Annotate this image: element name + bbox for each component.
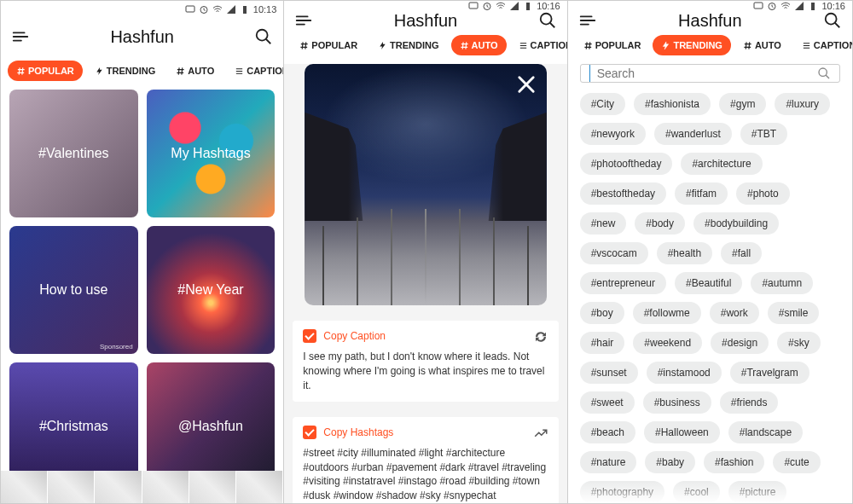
tab-label: CAPTION (247, 66, 284, 76)
hashtag-chip[interactable]: #fashionista (634, 93, 711, 115)
hashtag-chip[interactable]: #fashion (704, 451, 764, 473)
hashtag-chip[interactable]: #sky (777, 332, 821, 354)
tab-auto[interactable]: AUTO (451, 35, 507, 55)
hashtag-chip[interactable]: #nature (580, 451, 637, 473)
caption-checkbox[interactable] (303, 329, 316, 343)
search-icon[interactable] (817, 67, 831, 80)
hashtag-chip[interactable]: #photography (580, 481, 664, 503)
tab-trending[interactable]: TRENDING (369, 35, 447, 55)
refresh-icon[interactable] (533, 329, 548, 345)
hashtag-chip[interactable]: #wanderlust (654, 123, 732, 145)
card-new-year[interactable]: #New Year (147, 226, 276, 354)
ad-item[interactable] (48, 471, 95, 503)
tab-caption[interactable]: CAPTION (793, 35, 852, 55)
cast-icon (753, 1, 763, 11)
hashtag-chip[interactable]: #design (711, 332, 769, 354)
card-how-to-use[interactable]: How to useSponsored (9, 226, 138, 354)
hashtag-chip[interactable]: #body (635, 212, 685, 235)
hashtag-chip[interactable]: #luxury (775, 93, 830, 115)
tab-bar: POPULAR TRENDING AUTO CAPTION (568, 30, 852, 64)
hashtag-chip[interactable]: #architecture (681, 153, 762, 175)
ad-item[interactable] (1, 471, 48, 503)
hashtag-chip[interactable]: #newyork (580, 123, 646, 145)
tab-popular[interactable]: POPULAR (8, 61, 83, 81)
close-icon[interactable] (514, 72, 538, 96)
hashtag-chip[interactable]: #followme (633, 302, 701, 324)
hashtag-chip[interactable]: #instamood (647, 362, 722, 384)
svg-rect-0 (186, 6, 194, 12)
hashtag-chip[interactable]: #City (580, 93, 625, 115)
hashtag-chip[interactable]: #work (710, 302, 759, 324)
search-icon[interactable] (538, 11, 557, 30)
hashtag-chip[interactable]: #landscape (728, 421, 803, 443)
tab-auto[interactable]: AUTO (167, 61, 223, 81)
hashtag-chip[interactable]: #bodybuilding (693, 212, 779, 235)
lines-icon (802, 41, 811, 50)
hashtag-chip[interactable]: #business (643, 391, 711, 414)
search-icon[interactable] (823, 11, 842, 30)
tab-label: AUTO (188, 66, 214, 76)
tab-trending[interactable]: TRENDING (653, 35, 730, 55)
hashtag-chip[interactable]: #baby (645, 451, 695, 473)
hashtag-chip[interactable]: #health (657, 242, 712, 264)
caption-text: I see my path, but I don't know where it… (303, 350, 548, 392)
cast-icon (185, 4, 195, 14)
popular-grid: #Valentines My Hashtags How to useSponso… (1, 90, 283, 490)
hashtag-chip[interactable]: #photooftheday (580, 153, 673, 175)
hashtag-chip[interactable]: #hair (580, 332, 625, 354)
search-icon[interactable] (254, 27, 273, 46)
search-input[interactable] (597, 67, 810, 80)
ad-item[interactable] (142, 471, 189, 503)
hashtag-chip[interactable]: #beach (580, 421, 635, 443)
ad-row[interactable] (1, 471, 283, 503)
selected-photo[interactable] (305, 64, 546, 305)
hashtag-chip[interactable]: #entrepreneur (580, 272, 666, 294)
ad-item[interactable] (189, 471, 236, 503)
ad-item[interactable] (236, 471, 283, 503)
hash-icon (299, 41, 309, 50)
hashtag-chip[interactable]: #cool (673, 481, 720, 503)
hashtag-chip[interactable]: #Travelgram (730, 362, 809, 384)
hashtag-chip[interactable]: #TBT (740, 123, 787, 145)
tab-popular[interactable]: POPULAR (575, 35, 650, 55)
hashtag-chip[interactable]: #vscocam (580, 242, 648, 264)
card-valentines[interactable]: #Valentines (9, 90, 138, 217)
tab-caption[interactable]: CAPTION (226, 61, 284, 81)
ad-item[interactable] (95, 471, 142, 503)
hashtag-chip[interactable]: #autumn (751, 272, 813, 294)
bolt-icon (95, 67, 104, 76)
hashtag-chip[interactable]: #Halloween (644, 421, 720, 443)
hashtag-chip[interactable]: #new (580, 212, 627, 235)
hashtag-chip[interactable]: #sunset (580, 362, 638, 384)
card-my-hashtags[interactable]: My Hashtags (147, 90, 276, 217)
hashtag-chip[interactable]: #friends (720, 391, 779, 414)
card-label: #New Year (177, 282, 243, 298)
hashtag-chip[interactable]: #Beautiful (675, 272, 742, 294)
hashtag-chip[interactable]: #fitfam (675, 182, 728, 205)
hashtags-checkbox[interactable] (303, 426, 316, 439)
card-label: #Christmas (39, 419, 108, 434)
trending-up-icon[interactable] (533, 426, 548, 441)
menu-icon[interactable] (578, 11, 597, 30)
hashtag-chip[interactable]: #boy (580, 302, 624, 324)
tab-caption[interactable]: CAPTION (510, 35, 568, 55)
hashtag-chip[interactable]: #smile (768, 302, 820, 324)
hashtag-chip[interactable]: #photo (736, 182, 790, 205)
photo-wrap (305, 64, 546, 305)
hashtag-chip[interactable]: #sweet (580, 391, 635, 414)
menu-icon[interactable] (11, 27, 30, 46)
hashtag-chip[interactable]: #weekend (633, 332, 702, 354)
tab-trending[interactable]: TRENDING (86, 61, 164, 81)
tab-popular[interactable]: POPULAR (291, 35, 366, 55)
hashtag-chip[interactable]: #gym (719, 93, 766, 115)
hashtag-chip[interactable]: #fall (721, 242, 762, 264)
menu-icon[interactable] (294, 11, 313, 30)
search-box[interactable] (580, 64, 840, 83)
hashtag-chip[interactable]: #cute (773, 451, 820, 473)
hashtag-chip[interactable]: #bestoftheday (580, 182, 666, 205)
hashtag-chip[interactable]: #picture (728, 481, 787, 503)
tab-auto[interactable]: AUTO (734, 35, 790, 55)
copy-hashtags-label: Copy Hashtags (323, 426, 393, 438)
app-header: Hashfun (284, 11, 566, 30)
svg-rect-4 (469, 3, 478, 9)
